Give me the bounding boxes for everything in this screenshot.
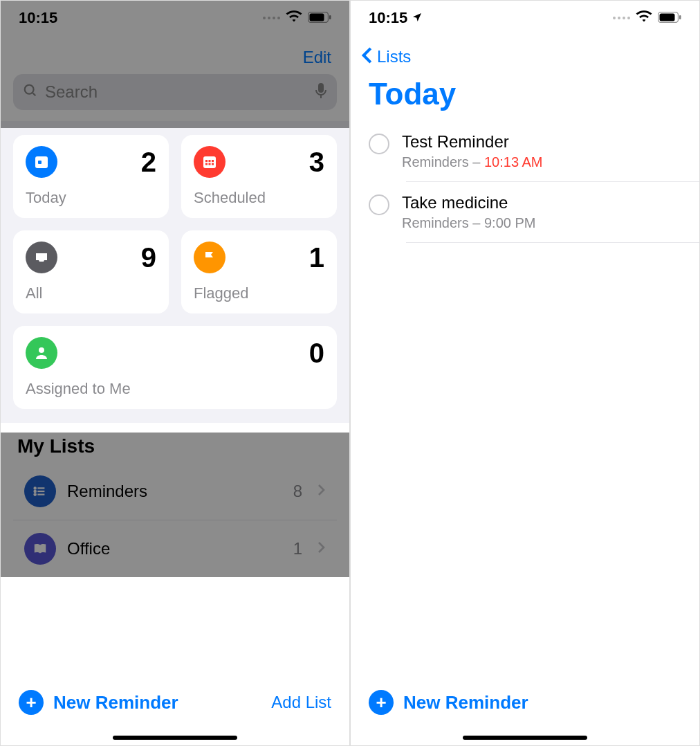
tray-icon	[26, 242, 57, 273]
svg-rect-14	[209, 163, 211, 165]
list-office[interactable]: Office 1	[13, 520, 337, 577]
smart-today-count: 2	[141, 147, 156, 178]
svg-point-3	[25, 85, 34, 94]
status-icons	[613, 9, 681, 27]
svg-rect-12	[212, 160, 214, 162]
reminder-item[interactable]: Take medicine Reminders – 9:00 PM	[351, 182, 699, 242]
status-time: 10:15	[369, 9, 423, 27]
smart-assigned-label: Assigned to Me	[26, 380, 324, 398]
svg-point-22	[34, 493, 35, 495]
list-office-count: 1	[293, 539, 302, 558]
smart-all-count: 9	[141, 242, 156, 273]
new-reminder-button[interactable]: + New Reminder	[369, 690, 528, 715]
svg-point-16	[39, 347, 44, 353]
smart-scheduled-count: 3	[309, 147, 324, 178]
status-time: 10:15	[19, 9, 57, 27]
cellular-dots-icon	[613, 17, 630, 19]
left-content: 10:15 Edit Search	[1, 1, 349, 577]
calendar-today-icon	[26, 146, 57, 178]
smart-scheduled[interactable]: 3 Scheduled	[181, 135, 337, 218]
book-icon	[24, 533, 56, 565]
svg-rect-5	[318, 83, 324, 93]
home-indicator	[113, 736, 237, 740]
smart-today[interactable]: 2 Today	[13, 135, 169, 218]
list-reminders-label: Reminders	[67, 482, 282, 501]
smart-today-label: Today	[26, 189, 156, 207]
add-list-button[interactable]: Add List	[271, 693, 331, 712]
mic-icon[interactable]	[315, 82, 327, 102]
reminder-subtitle: Reminders – 10:13 AM	[402, 154, 542, 170]
back-button[interactable]: Lists	[351, 35, 699, 73]
wifi-icon	[636, 9, 652, 27]
svg-line-4	[33, 93, 36, 96]
phone-right: 10:15 Lists Today Test Reminder	[350, 0, 700, 746]
bottom-bar: + New Reminder Add List	[1, 676, 349, 745]
reminder-list-name: Reminders	[402, 215, 469, 230]
new-reminder-label: New Reminder	[403, 692, 528, 713]
check-circle[interactable]	[369, 134, 389, 154]
svg-rect-9	[203, 156, 216, 168]
status-time-text: 10:15	[369, 9, 407, 27]
new-reminder-label: New Reminder	[53, 692, 178, 713]
smart-flagged-label: Flagged	[194, 284, 324, 302]
plus-icon: +	[19, 690, 44, 715]
svg-rect-11	[209, 160, 211, 162]
svg-point-20	[34, 487, 35, 489]
smart-flagged[interactable]: 1 Flagged	[181, 230, 337, 313]
reminder-list-name: Reminders	[402, 154, 469, 170]
list-reminders[interactable]: Reminders 8	[13, 463, 337, 520]
cellular-dots-icon	[263, 17, 280, 19]
reminders-list: Test Reminder Reminders – 10:13 AM Take …	[351, 121, 699, 243]
search-wrap: Search	[1, 74, 349, 121]
wifi-icon	[286, 9, 302, 27]
person-icon	[26, 337, 57, 369]
location-icon	[412, 9, 423, 27]
search-input[interactable]: Search	[13, 74, 337, 110]
svg-rect-13	[205, 163, 208, 165]
phone-left: 10:15 Edit Search	[0, 0, 350, 746]
smart-all[interactable]: 9 All	[13, 230, 169, 313]
reminder-item[interactable]: Test Reminder Reminders – 10:13 AM	[351, 121, 699, 181]
home-indicator	[463, 736, 587, 740]
reminder-title: Test Reminder	[402, 132, 542, 152]
reminder-time: 9:00 PM	[484, 215, 535, 230]
divider	[406, 242, 699, 243]
svg-rect-8	[38, 161, 42, 164]
reminder-title: Take medicine	[402, 193, 535, 212]
search-placeholder: Search	[45, 82, 308, 102]
page-title: Today	[351, 73, 699, 121]
list-office-label: Office	[67, 539, 282, 558]
chevron-left-icon	[360, 46, 373, 67]
chevron-right-icon	[317, 484, 326, 499]
reminder-time: 10:13 AM	[484, 154, 543, 170]
check-circle[interactable]	[369, 194, 389, 215]
bottom-bar: + New Reminder	[351, 676, 699, 745]
status-time-text: 10:15	[19, 9, 57, 27]
svg-rect-1	[310, 14, 324, 21]
status-bar: 10:15	[351, 1, 699, 35]
back-label: Lists	[377, 47, 411, 66]
smart-lists: 2 Today 3 Scheduled	[1, 121, 349, 423]
svg-rect-2	[329, 15, 331, 19]
mylists: Reminders 8 Office 1	[13, 463, 337, 577]
smart-flagged-count: 1	[309, 242, 324, 273]
svg-rect-10	[205, 160, 208, 162]
new-reminder-button[interactable]: + New Reminder	[19, 690, 178, 715]
smart-all-label: All	[26, 284, 156, 302]
edit-button[interactable]: Edit	[303, 48, 331, 67]
battery-icon	[308, 9, 331, 27]
calendar-grid-icon	[194, 146, 225, 178]
smart-assigned-count: 0	[309, 338, 324, 369]
svg-rect-24	[660, 14, 675, 21]
svg-rect-25	[679, 15, 681, 19]
smart-assigned[interactable]: 0 Assigned to Me	[13, 326, 337, 409]
chevron-right-icon	[317, 541, 326, 556]
plus-icon: +	[369, 690, 394, 715]
nav-row: Edit	[1, 35, 349, 74]
svg-rect-15	[212, 163, 214, 165]
status-icons	[263, 9, 331, 27]
list-icon	[24, 475, 56, 507]
smart-scheduled-label: Scheduled	[194, 189, 324, 207]
search-icon	[23, 83, 38, 101]
list-reminders-count: 8	[293, 482, 302, 501]
